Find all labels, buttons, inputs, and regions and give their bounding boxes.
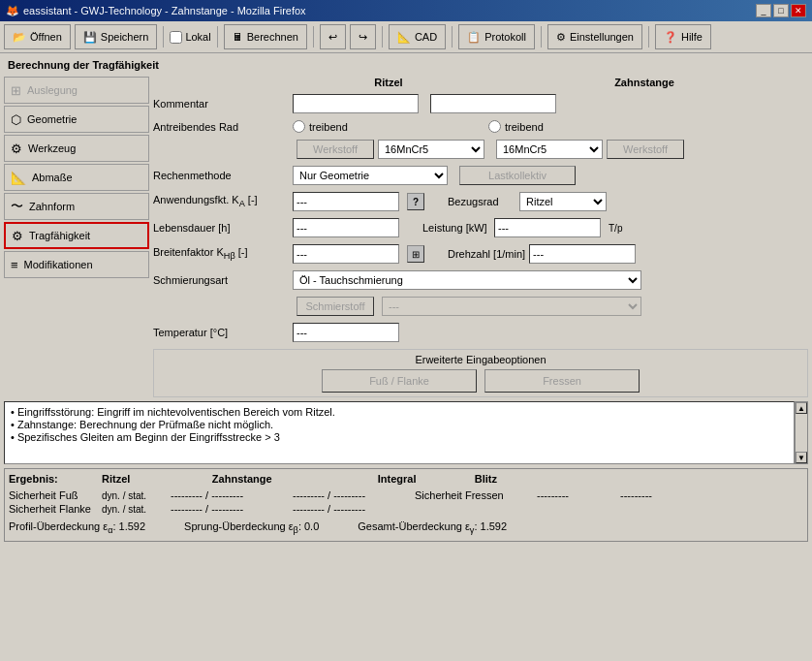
save-icon: 💾 [83,31,97,44]
leistung-input[interactable] [494,218,601,237]
separator5 [452,26,453,47]
scroll-down-arrow[interactable]: ▼ [796,452,807,463]
local-checkbox[interactable] [170,31,182,44]
sidebar-item-geometrie[interactable]: ⬡ Geometrie [4,106,149,133]
section-title: Berechnung der Tragfähigkeit [4,57,808,73]
sicherheit-flanke-sub: dyn. / stat. [102,504,165,515]
scroll-up-arrow[interactable]: ▲ [796,402,807,414]
leistung-label: Leistung [kW] [422,222,490,234]
breitenfaktor-row: Breitenfaktor KHβ [-] ⊞ Drehzahl [1/min] [153,244,808,264]
sidebar-label-auslegung: Auslegung [27,84,78,96]
sidebar-item-auslegung[interactable]: ⊞ Auslegung [4,77,149,104]
temperatur-input[interactable] [293,323,399,342]
lebensdauer-label: Lebensdauer [h] [153,222,289,234]
sidebar-label-tragfahigkeit: Tragfähigkeit [29,230,90,241]
redo-button[interactable]: ↪ [350,24,376,49]
lastkollektiv-button[interactable]: Lastkollektiv [459,166,576,185]
werkstoff-row: Werkstoff 16MnCr5 16MnCr5 Werkstoff [153,140,808,159]
zahnstange-header: Zahnstange [481,77,808,88]
toolbar: 📂 Öffnen 💾 Speichern Lokal 🖩 Berechnen ↩… [0,21,812,53]
local-checkbox-label[interactable]: Lokal [170,31,210,44]
help-anwendungsfkt-icon[interactable]: ? [407,193,424,210]
gesamt-label: Gesamt-Überdeckung εγ: 1.592 [358,520,507,535]
messages-scrollbar[interactable]: ▲ ▼ [795,401,808,464]
werkstoff-zahnstange-button[interactable]: Werkstoff [607,140,684,159]
zahnform-icon: 〜 [11,198,23,215]
schmierstoff-row: Schmierstoff --- [153,297,808,316]
werkstoff-ritzel-button[interactable]: Werkstoff [297,140,374,159]
werkstoff-ritzel-select[interactable]: 16MnCr5 [378,140,484,159]
rechenmethode-select[interactable]: Nur Geometrie [293,166,448,185]
schmierungsart-select[interactable]: Öl - Tauchschmierung [293,270,641,290]
settings-icon: ⚙ [556,31,566,44]
sidebar-item-tragfahigkeit[interactable]: ⚙ Tragfähigkeit [4,222,149,249]
sidebar-label-zahnform: Zahnform [29,201,75,212]
schmierstoff-button[interactable]: Schmierstoff [297,297,374,316]
antreibendes-zahnstange-radio[interactable] [488,120,501,133]
message-2: • Zahnstange: Berechnung der Prüfmaße ni… [11,419,788,430]
messages-wrapper: • Eingriffsstörung: Eingriff im nichtevo… [4,401,808,464]
temperatur-label: Temperatur [°C] [153,327,289,338]
modifikationen-icon: ≡ [11,258,18,272]
save-button[interactable]: 💾 Speichern [75,24,158,49]
sicherheit-fuss-label: Sicherheit Fuß [9,489,96,501]
werkstoff-zahnstange-select[interactable]: 16MnCr5 [496,140,603,159]
rechenmethode-row: Rechenmethode Nur Geometrie Lastkollekti… [153,166,808,185]
sicherheit-flanke-zahnstange: --------- / --------- [293,503,409,515]
fuss-flanke-button[interactable]: Fuß / Flanke [322,369,477,393]
bezugsrad-label: Bezugsrad [448,196,515,207]
separator4 [382,26,383,47]
kommentar-ritzel-input[interactable] [293,94,419,113]
right-panel: Ritzel Zahnstange Kommentar Antreibendes… [153,77,808,397]
lebensdauer-input[interactable] [293,218,399,237]
breitenfaktor-input[interactable] [293,244,399,264]
kommentar-label: Kommentar [153,98,289,110]
kommentar-zahnstange-input[interactable] [430,94,556,113]
calc-breitenfaktor-icon[interactable]: ⊞ [407,245,424,263]
help-button[interactable]: ❓ Hilfe [655,24,711,49]
title-bar: 🦊 eassistant - GWJ-Technology - Zahnstan… [0,0,812,21]
antreibendes-ritzel-label: treibend [309,121,348,133]
antreibendes-zahnstange-label: treibend [505,121,544,133]
calculate-icon: 🖩 [233,31,243,43]
close-button[interactable]: ✕ [791,4,806,17]
anwendungsfkt-input[interactable] [293,192,399,211]
open-button[interactable]: 📂 Öffnen [4,24,71,49]
help-icon: ❓ [664,31,677,44]
sidebar-item-abmasse[interactable]: 📐 Abmaße [4,164,149,191]
main-container: Berechnung der Tragfähigkeit ⊞ Auslegung… [0,53,812,546]
drehzahl-input[interactable] [529,244,636,264]
sidebar-item-zahnform[interactable]: 〜 Zahnform [4,193,149,220]
sidebar-item-modifikationen[interactable]: ≡ Modifikationen [4,251,149,278]
lebensdauer-row: Lebensdauer [h] Leistung [kW] T/p [153,218,808,237]
schmierungsart-row: Schmierungsart Öl - Tauchschmierung [153,270,808,290]
message-3: • Spezifisches Gleiten am Beginn der Ein… [11,431,788,443]
cad-button[interactable]: 📐 CAD [389,24,446,49]
erweiterte-title: Erweiterte Eingabeoptionen [158,354,803,365]
results-zahnstange-header: Zahnstange [203,473,281,488]
sidebar-item-werkzeug[interactable]: ⚙ Werkzeug [4,135,149,162]
bezugsrad-select[interactable]: Ritzel [519,192,607,211]
fressen-button[interactable]: Fressen [484,369,640,393]
calculate-button[interactable]: 🖩 Berechnen [224,24,307,49]
protocol-button[interactable]: 📋 Protokoll [458,24,535,49]
maximize-button[interactable]: □ [773,4,789,17]
settings-button[interactable]: ⚙ Einstellungen [547,24,642,49]
profil-row: Profil-Überdeckung εα: 1.592 Sprung-Über… [9,519,803,537]
undo-button[interactable]: ↩ [320,24,346,49]
kommentar-row: Kommentar [153,94,808,113]
sicherheit-flanke-label: Sicherheit Flanke [9,503,96,515]
rechenmethode-label: Rechenmethode [153,170,289,181]
results-area: Ergebnis: Ritzel Zahnstange Integral Bli… [4,468,808,542]
results-ritzel-header: Ritzel [78,473,155,488]
temperatur-row: Temperatur [°C] [153,323,808,342]
anwendungsfkt-row: Anwendungsfkt. KA [-] ? Bezugsrad Ritzel [153,192,808,211]
minimize-button[interactable]: _ [756,4,771,17]
sidebar-label-werkzeug: Werkzeug [28,142,76,154]
sprung-label: Sprung-Überdeckung εβ: 0.0 [184,520,319,535]
antreibendes-ritzel-radio[interactable] [293,120,305,133]
cad-icon: 📐 [397,31,411,44]
content-area: ⊞ Auslegung ⬡ Geometrie ⚙ Werkzeug 📐 Abm… [4,77,808,397]
schmierstoff-select[interactable]: --- [382,297,641,316]
auslegung-icon: ⊞ [11,83,21,98]
